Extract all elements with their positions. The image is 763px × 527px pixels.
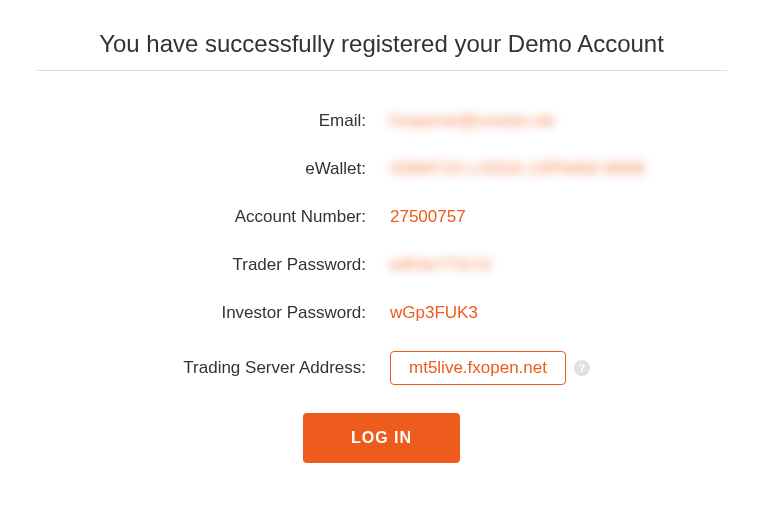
- page-title: You have successfully registered your De…: [37, 30, 727, 71]
- trader-password-label: Trader Password:: [20, 255, 390, 275]
- investor-password-label: Investor Password:: [20, 303, 390, 323]
- account-number-label: Account Number:: [20, 207, 390, 227]
- account-number-row: Account Number: 27500757: [20, 207, 743, 227]
- account-number-value: 27500757: [390, 207, 466, 227]
- email-label: Email:: [20, 111, 390, 131]
- account-details: Email: fxopenet@xostan.de eWallet: X08AT…: [20, 111, 743, 385]
- trader-password-value: w8Ver7Yk7d: [390, 255, 490, 275]
- email-value: fxopenet@xostan.de: [390, 111, 555, 131]
- ewallet-row: eWallet: X08AT10 LX0SA 13P0456 8008: [20, 159, 743, 179]
- trader-password-row: Trader Password: w8Ver7Yk7d: [20, 255, 743, 275]
- ewallet-value: X08AT10 LX0SA 13P0456 8008: [390, 159, 645, 179]
- server-address-value[interactable]: mt5live.fxopen.net: [390, 351, 566, 385]
- investor-password-row: Investor Password: wGp3FUK3: [20, 303, 743, 323]
- server-address-row: Trading Server Address: mt5live.fxopen.n…: [20, 351, 743, 385]
- server-address-label: Trading Server Address:: [20, 358, 390, 378]
- login-button[interactable]: LOG IN: [303, 413, 460, 463]
- email-row: Email: fxopenet@xostan.de: [20, 111, 743, 131]
- ewallet-label: eWallet:: [20, 159, 390, 179]
- help-icon[interactable]: ?: [574, 360, 590, 376]
- investor-password-value: wGp3FUK3: [390, 303, 478, 323]
